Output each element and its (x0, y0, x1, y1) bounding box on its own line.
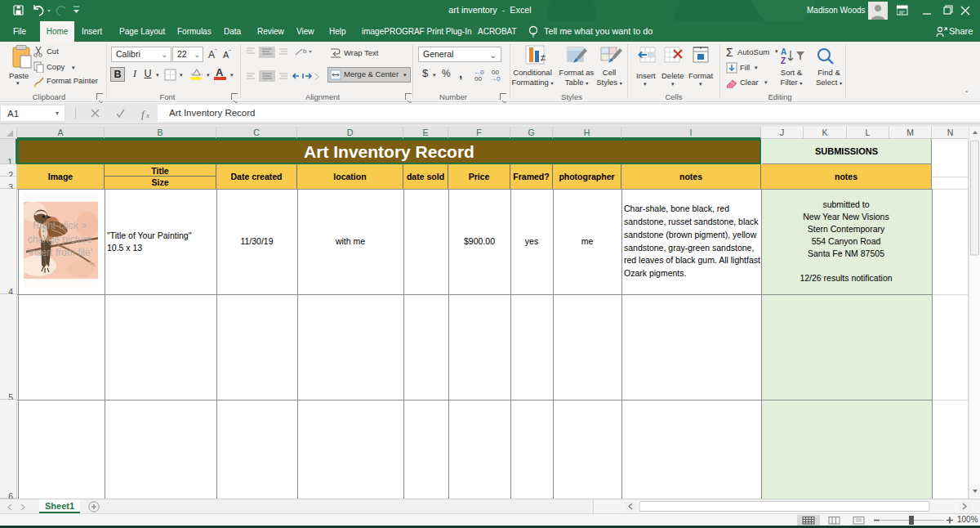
svg-text:b: b (303, 47, 307, 55)
svg-text:→0: →0 (490, 75, 501, 82)
svg-text:change picture: change picture (28, 234, 92, 245)
svg-text:Z: Z (781, 56, 786, 65)
svg-text:00: 00 (474, 75, 482, 82)
svg-text:Right-click >: Right-click > (33, 220, 87, 231)
svg-text:'insert from file': 'insert from file' (27, 247, 92, 258)
svg-text:A: A (781, 47, 786, 56)
svg-text:x: x (145, 111, 149, 119)
